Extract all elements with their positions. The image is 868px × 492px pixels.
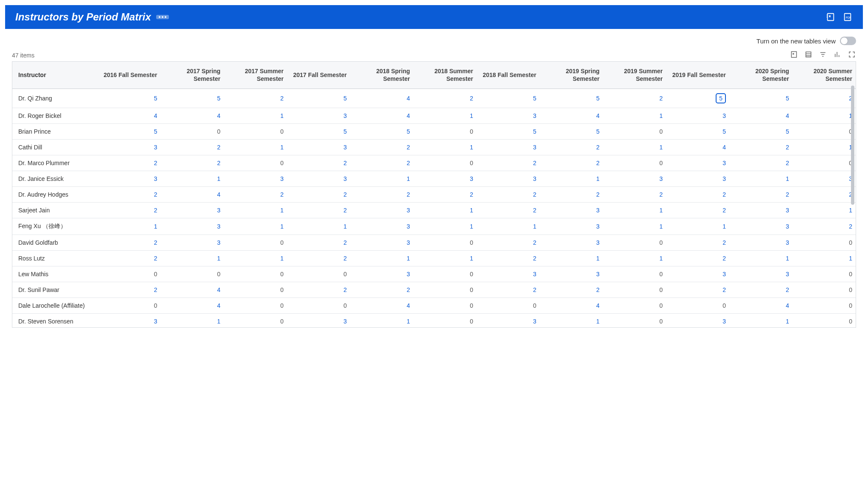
cell-value[interactable]: 2 (477, 235, 540, 251)
cell-value[interactable]: 1 (666, 218, 730, 235)
cell-value[interactable]: 3 (666, 155, 730, 171)
cell-value[interactable]: 2 (793, 89, 856, 108)
cell-value[interactable]: 2 (287, 203, 351, 218)
cell-value[interactable]: 2 (350, 282, 414, 298)
cell-value[interactable]: 2 (224, 89, 287, 108)
instructor-name[interactable]: Dr. Audrey Hodges (12, 187, 97, 203)
cell-value[interactable]: 2 (793, 218, 856, 235)
cell-value[interactable]: 3 (603, 171, 666, 187)
cell-value[interactable]: 4 (161, 282, 224, 298)
cell-value[interactable]: 2 (350, 140, 414, 155)
cell-value[interactable]: 5 (97, 89, 161, 108)
cell-value[interactable]: 3 (540, 203, 603, 218)
cell-value[interactable]: 1 (603, 108, 666, 124)
cell-value[interactable]: 2 (287, 282, 351, 298)
cell-value[interactable]: 3 (414, 171, 477, 187)
new-tables-toggle[interactable] (840, 37, 856, 45)
cell-value[interactable]: 2 (350, 187, 414, 203)
table-export-excel-icon[interactable] (790, 50, 798, 59)
cell-value[interactable]: 4 (729, 298, 793, 314)
cell-value[interactable]: 3 (729, 218, 793, 235)
cell-value[interactable]: 1 (793, 203, 856, 218)
cell-value[interactable]: 3 (350, 235, 414, 251)
cell-value[interactable]: 1 (414, 140, 477, 155)
table-filter-icon[interactable] (819, 50, 827, 59)
cell-value[interactable]: 2 (97, 235, 161, 251)
cell-value[interactable]: 1 (603, 140, 666, 155)
cell-value[interactable]: 1 (603, 203, 666, 218)
cell-value[interactable]: 3 (666, 266, 730, 282)
cell-value[interactable]: 3 (287, 140, 351, 155)
col-header-period[interactable]: 2017 Fall Semester (287, 62, 351, 89)
cell-value[interactable]: 2 (287, 235, 351, 251)
cell-value[interactable]: 4 (350, 108, 414, 124)
cell-value[interactable]: 3 (793, 171, 856, 187)
instructor-name[interactable]: Dr. Qi Zhang (12, 89, 97, 108)
instructor-name[interactable]: Dr. Sunil Pawar (12, 282, 97, 298)
cell-value[interactable]: 3 (287, 314, 351, 327)
col-header-period[interactable]: 2019 Fall Semester (666, 62, 730, 89)
cell-value[interactable]: 1 (540, 251, 603, 266)
vertical-scrollbar[interactable] (850, 85, 856, 327)
cell-value[interactable]: 4 (350, 89, 414, 108)
cell-value[interactable]: 3 (97, 140, 161, 155)
instructor-name[interactable]: Dr. Janice Essick (12, 171, 97, 187)
cell-value[interactable]: 1 (540, 314, 603, 327)
cell-value[interactable]: 3 (729, 235, 793, 251)
col-header-period[interactable]: 2016 Fall Semester (97, 62, 161, 89)
cell-value[interactable]: 4 (350, 298, 414, 314)
cell-value[interactable]: 5 (97, 124, 161, 140)
cell-value[interactable]: 2 (477, 251, 540, 266)
cell-value[interactable]: 1 (477, 218, 540, 235)
cell-value[interactable]: 1 (540, 171, 603, 187)
cell-value[interactable]: 1 (603, 218, 666, 235)
cell-value[interactable]: 1 (161, 314, 224, 327)
cell-value[interactable]: 3 (666, 314, 730, 327)
instructor-name[interactable]: Dr. Marco Plummer (12, 155, 97, 171)
cell-value[interactable]: 2 (224, 187, 287, 203)
cell-value[interactable]: 2 (414, 89, 477, 108)
cell-value[interactable]: 1 (729, 171, 793, 187)
cell-value[interactable]: 2 (540, 155, 603, 171)
cell-value[interactable]: 3 (161, 235, 224, 251)
cell-value[interactable]: 2 (666, 235, 730, 251)
cell-value[interactable]: 2 (477, 155, 540, 171)
cell-value[interactable]: 1 (350, 314, 414, 327)
export-excel-icon[interactable] (825, 12, 836, 22)
cell-value[interactable]: 2 (97, 251, 161, 266)
cell-value[interactable]: 2 (540, 282, 603, 298)
cell-value[interactable]: 1 (224, 140, 287, 155)
cell-value[interactable]: 2 (666, 251, 730, 266)
table-grid-icon[interactable] (804, 50, 813, 59)
cell-value[interactable]: 5 (477, 89, 540, 108)
cell-value[interactable]: 1 (414, 218, 477, 235)
instructor-name[interactable]: Feng Xu （徐峰） (12, 218, 97, 235)
cell-value[interactable]: 1 (161, 171, 224, 187)
cell-value[interactable]: 3 (161, 203, 224, 218)
export-pdf-icon[interactable]: PDF (842, 12, 853, 22)
cell-value[interactable]: 4 (161, 187, 224, 203)
cell-value[interactable]: 3 (729, 203, 793, 218)
cell-value[interactable]: 2 (97, 155, 161, 171)
cell-value[interactable]: 3 (350, 266, 414, 282)
col-header-period[interactable]: 2018 Summer Semester (414, 62, 477, 89)
cell-value[interactable]: 5 (729, 89, 793, 108)
cell-value[interactable]: 2 (350, 155, 414, 171)
cell-value[interactable]: 3 (477, 171, 540, 187)
cell-value[interactable]: 2 (666, 282, 730, 298)
cell-value[interactable]: 1 (287, 218, 351, 235)
cell-value[interactable]: 4 (729, 108, 793, 124)
col-header-period[interactable]: 2017 Spring Semester (161, 62, 224, 89)
cell-value[interactable]: 2 (161, 140, 224, 155)
cell-value[interactable]: 5 (477, 124, 540, 140)
cell-value[interactable]: 2 (729, 282, 793, 298)
cell-value[interactable]: 1 (224, 218, 287, 235)
cell-value[interactable]: 1 (793, 108, 856, 124)
cell-value[interactable]: 1 (414, 251, 477, 266)
cell-value[interactable]: 3 (477, 266, 540, 282)
cell-value[interactable]: 2 (287, 187, 351, 203)
title-actions-menu[interactable] (156, 15, 169, 19)
cell-value[interactable]: 4 (161, 108, 224, 124)
cell-value[interactable]: 3 (666, 171, 730, 187)
cell-value[interactable]: 2 (287, 155, 351, 171)
